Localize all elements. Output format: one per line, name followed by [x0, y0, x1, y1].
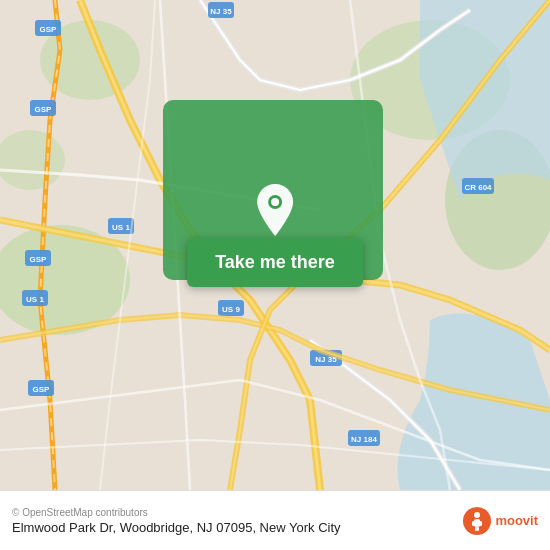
svg-point-30	[271, 198, 279, 206]
address-label: Elmwood Park Dr, Woodbridge, NJ 07095, N…	[12, 520, 341, 535]
svg-rect-34	[472, 521, 475, 526]
take-me-there-button[interactable]: Take me there	[187, 238, 363, 287]
svg-text:CR 604: CR 604	[464, 183, 492, 192]
navigation-prompt: Take me there	[187, 182, 363, 287]
svg-point-32	[474, 512, 480, 518]
svg-rect-35	[479, 521, 482, 526]
svg-text:US 1: US 1	[26, 295, 44, 304]
moovit-logo: moovit	[463, 507, 538, 535]
moovit-icon	[463, 507, 491, 535]
footer-bar: © OpenStreetMap contributors Elmwood Par…	[0, 490, 550, 550]
svg-rect-37	[477, 527, 479, 531]
moovit-label: moovit	[495, 513, 538, 528]
svg-text:NJ 35: NJ 35	[210, 7, 232, 16]
svg-text:NJ 184: NJ 184	[351, 435, 377, 444]
svg-text:GSP: GSP	[35, 105, 53, 114]
map-view: GSP GSP GSP GSP NJ 35 NJ 35 NJ 184 CR 60…	[0, 0, 550, 490]
location-pin-icon	[245, 182, 305, 242]
svg-text:GSP: GSP	[30, 255, 48, 264]
svg-text:GSP: GSP	[40, 25, 58, 34]
svg-text:US 9: US 9	[222, 305, 240, 314]
svg-text:GSP: GSP	[33, 385, 51, 394]
svg-rect-36	[475, 527, 477, 531]
footer-left: © OpenStreetMap contributors Elmwood Par…	[12, 507, 341, 535]
osm-attribution: © OpenStreetMap contributors	[12, 507, 341, 518]
svg-text:US 1: US 1	[112, 223, 130, 232]
